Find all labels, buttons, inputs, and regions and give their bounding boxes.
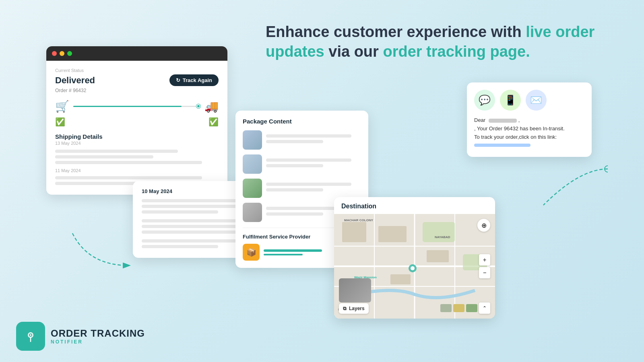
tracking-card: Current Status Delivered ↻ Track Again O…: [46, 46, 227, 195]
map-body: MACHAR COLONY NAYABAD Wazir Mansion Goog…: [334, 214, 495, 319]
package-img-2: [243, 154, 262, 174]
package-img-3: [243, 179, 262, 198]
messages-icon: 💬: [479, 95, 491, 106]
app-logo-text: ORDER TRACKING NOTIFIER: [51, 328, 145, 345]
pkg-shimmer-2a: [266, 158, 351, 162]
dear-text: Dear: [474, 117, 485, 123]
order-number: Order # 96432: [55, 88, 219, 93]
arrow-right: [519, 161, 608, 209]
pkg-shimmer-4b: [266, 212, 323, 216]
package-item-1: [243, 130, 361, 150]
fulfillment-bar-2: [264, 254, 303, 255]
shipping-details-title: Shipping Details: [55, 133, 219, 140]
section-date-2: 11 May 2024: [55, 168, 219, 173]
svg-point-15: [411, 266, 415, 270]
app-logo: ORDER TRACKING NOTIFIER: [16, 322, 145, 351]
refresh-icon: ↻: [176, 77, 180, 83]
logo-svg: [22, 328, 39, 345]
fulfillment-logo: 📦: [243, 244, 260, 261]
header-highlight-live: live order: [526, 23, 594, 40]
mail-icon-bubble: ✉️: [526, 90, 547, 111]
header-via: via our: [324, 43, 383, 60]
titlebar: [46, 46, 227, 61]
svg-rect-10: [342, 222, 366, 242]
zoom-out-button[interactable]: −: [479, 267, 490, 278]
pkg-shimmer-3a: [266, 183, 351, 186]
map-thumb-1: [440, 304, 452, 312]
message-line2: , Your Order 96432 has been In-transit.: [474, 125, 565, 132]
map-locate-button[interactable]: ⊕: [477, 219, 490, 232]
status-value: Delivered: [55, 75, 95, 86]
package-img-4: [243, 203, 262, 222]
map-thumb-2: [453, 304, 464, 312]
messages-icon-bubble: 💬: [474, 90, 495, 111]
svg-point-0: [605, 166, 608, 172]
check-left-icon: ✅: [55, 117, 65, 127]
shimmer-3: [55, 161, 202, 164]
progress-row: 🛒 🚚: [55, 100, 219, 113]
map-layers-button[interactable]: ⧉ Layers: [339, 303, 369, 314]
app-logo-icon: [16, 322, 45, 351]
map-mini-inner: [339, 278, 371, 302]
mail-icon: ✉️: [530, 95, 542, 106]
svg-text:MACHAR COLONY: MACHAR COLONY: [344, 218, 374, 222]
dot-red: [52, 51, 57, 56]
svg-rect-13: [390, 274, 411, 284]
app-title: ORDER TRACKING: [51, 328, 145, 339]
locate-icon: ⊕: [481, 222, 487, 229]
pkg-shimmer-2b: [266, 164, 323, 167]
map-thumb-3: [466, 304, 477, 312]
name-blur: [489, 119, 517, 123]
whatsapp-icon-bubble: 📱: [500, 90, 521, 111]
pkg-shimmer-1b: [266, 140, 323, 143]
dc-shimmer-2: [142, 205, 237, 208]
message-line3: To track your order,click on this link:: [474, 134, 557, 140]
app-subtitle: NOTIFIER: [51, 339, 145, 345]
header-section: Enhance customer experience with live or…: [266, 22, 620, 62]
pkg-shimmer-3b: [266, 188, 323, 191]
notification-message: Dear , , Your Order 96432 has been In-tr…: [474, 116, 584, 150]
progress-bar: [73, 106, 200, 107]
shimmer-1: [55, 150, 178, 153]
package-text-2: [266, 158, 361, 170]
svg-text:NAYABAD: NAYABAD: [435, 235, 450, 239]
package-img-1: [243, 130, 262, 150]
package-item-2: [243, 154, 361, 174]
shimmer-2: [55, 155, 153, 158]
dot-yellow: [60, 51, 64, 56]
dc-shimmer-3: [142, 210, 218, 214]
status-checks: ✅ ✅: [55, 117, 219, 127]
map-mini-card: [339, 278, 371, 302]
map-expand-button[interactable]: ⌃: [479, 302, 490, 314]
pkg-shimmer-1a: [266, 134, 351, 138]
package-title: Package Content: [243, 118, 361, 125]
svg-point-23: [30, 334, 31, 336]
notification-icons: 💬 📱 ✉️: [474, 90, 584, 111]
shimmer-4: [55, 176, 202, 179]
map-bottom-row: ⌃: [440, 302, 490, 314]
header-line1-normal: Enhance customer experience with: [266, 23, 526, 40]
package-text-3: [266, 183, 361, 194]
truck-icon: 🚚: [204, 100, 219, 113]
zoom-in-button[interactable]: +: [479, 254, 490, 265]
svg-rect-8: [423, 222, 455, 242]
whatsapp-icon: 📱: [504, 95, 516, 106]
shipping-date: 13 May 2024: [55, 141, 219, 146]
layers-icon: ⧉: [343, 306, 347, 311]
status-label: Current Status: [55, 68, 219, 73]
fulfillment-bar-1: [264, 249, 322, 252]
track-again-button[interactable]: ↻ Track Again: [169, 74, 219, 86]
layers-label: Layers: [349, 306, 365, 311]
package-item-3: [243, 179, 361, 198]
svg-rect-11: [378, 226, 407, 242]
map-header: Destination: [334, 197, 495, 214]
notification-card: 💬 📱 ✉️ Dear , , Your Order 96432 has bee…: [467, 82, 592, 157]
map-title: Destination: [341, 203, 488, 210]
svg-rect-12: [427, 250, 449, 262]
check-right-icon: ✅: [208, 117, 219, 127]
tracking-link[interactable]: [474, 144, 530, 147]
map-zoom-controls: + −: [479, 254, 490, 278]
dc-shimmer-8: [142, 245, 218, 248]
package-text-1: [266, 134, 361, 146]
map-card: Destination MACHA: [334, 197, 495, 319]
